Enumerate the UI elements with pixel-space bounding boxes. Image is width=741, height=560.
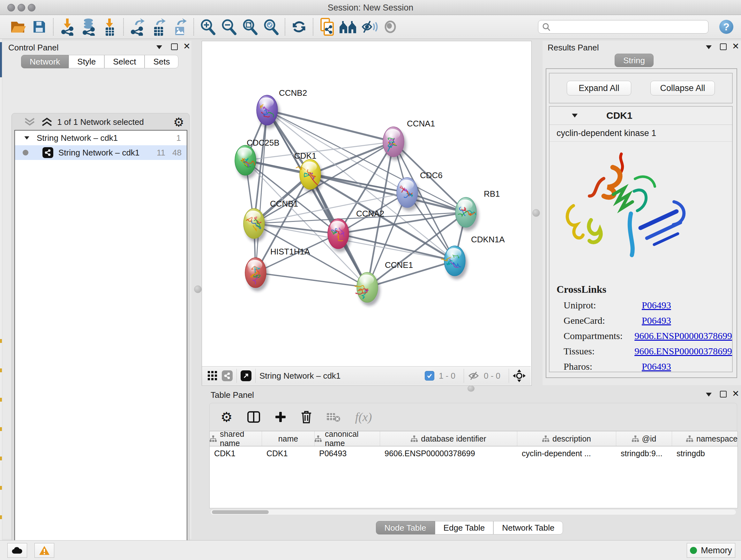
- zoom-out-icon[interactable]: [218, 17, 239, 37]
- table-cell[interactable]: 9606.ENSP00000378699: [380, 446, 517, 460]
- tab-select[interactable]: Select: [105, 55, 145, 68]
- delete-column-trash-icon[interactable]: [301, 411, 312, 423]
- tab-string[interactable]: String: [615, 54, 654, 67]
- table-panel-close-icon[interactable]: ✕: [732, 389, 739, 398]
- show-all-icon[interactable]: [380, 17, 401, 37]
- network-list-options-gear-icon[interactable]: ⚙: [173, 115, 184, 129]
- export-network-icon[interactable]: [127, 17, 148, 37]
- first-neighbors-icon[interactable]: [338, 17, 359, 37]
- results-panel-menu-icon[interactable]: [706, 45, 712, 49]
- column-header-id[interactable]: @id: [616, 431, 672, 446]
- crosslink-link[interactable]: P06493: [642, 361, 671, 372]
- zoom-fit-icon[interactable]: [239, 17, 260, 37]
- gene-section-header[interactable]: CDK1: [549, 107, 732, 125]
- warning-button[interactable]: [35, 543, 54, 558]
- hidden-eye-icon[interactable]: [468, 371, 479, 381]
- network-edge-HIST1H1A-CCNE1[interactable]: [256, 273, 367, 287]
- import-database-icon[interactable]: [78, 17, 99, 37]
- tab-style[interactable]: Style: [69, 55, 105, 68]
- network-tree-root-row[interactable]: String Network – cdk1 1: [15, 131, 187, 145]
- table-options-gear-icon[interactable]: ⚙: [220, 409, 232, 425]
- collapse-all-button[interactable]: Collapse All: [650, 81, 715, 96]
- table-cell[interactable]: cyclin-dependent ...: [517, 446, 616, 460]
- network-selection-status: 1 of 1 Network selected: [12, 117, 189, 127]
- zoom-selected-icon[interactable]: [260, 17, 281, 37]
- refresh-network-icon[interactable]: [288, 17, 310, 37]
- tree-expander-icon[interactable]: [24, 136, 29, 139]
- hide-selected-icon[interactable]: [359, 17, 380, 37]
- export-image-icon[interactable]: [169, 17, 190, 37]
- crosslink-link[interactable]: P06493: [642, 315, 671, 326]
- detach-view-icon[interactable]: [241, 370, 252, 381]
- delete-table-icon[interactable]: [327, 412, 340, 422]
- show-columns-icon[interactable]: [247, 411, 260, 423]
- network-edge-CDC25B-CDC6[interactable]: [246, 160, 407, 192]
- network-node-CCNB2[interactable]: CCNB2: [257, 88, 307, 129]
- column-header-canonicalname[interactable]: canonical name: [315, 431, 380, 446]
- scrollbar-thumb[interactable]: [212, 510, 269, 514]
- crosslink-link[interactable]: 9606.ENSP00000378699: [634, 346, 732, 357]
- column-header-namespace[interactable]: namespace: [672, 431, 738, 446]
- table-panel-float-icon[interactable]: [720, 391, 727, 397]
- crosslink-link[interactable]: P06493: [642, 300, 671, 311]
- tab-network[interactable]: Network: [21, 55, 69, 68]
- column-header-sharedname[interactable]: shared name: [210, 431, 262, 446]
- control-panel-title: Control Panel: [8, 43, 59, 53]
- column-header-databaseidentifier[interactable]: database identifier: [380, 431, 517, 446]
- control-panel-float-icon[interactable]: [171, 44, 178, 50]
- status-bar: Memory: [0, 540, 741, 560]
- import-table-icon[interactable]: [99, 17, 120, 37]
- column-header-description[interactable]: description: [517, 431, 616, 446]
- table-cell[interactable]: stringdb: [672, 446, 738, 460]
- network-node-CCNA1[interactable]: CCNA1: [383, 119, 435, 160]
- crosslink-label: Compartments:: [556, 330, 634, 341]
- tab-network-table[interactable]: Network Table: [493, 521, 563, 535]
- expand-all-button[interactable]: Expand All: [567, 81, 631, 96]
- navigator-crosshair-icon[interactable]: [513, 369, 526, 382]
- help-icon[interactable]: ?: [719, 20, 733, 34]
- new-network-from-selection-icon[interactable]: [317, 17, 338, 37]
- open-session-icon[interactable]: [8, 17, 29, 37]
- crosslink-row: GeneCard:P06493: [556, 315, 732, 326]
- network-canvas[interactable]: CCNB2CCNA1CDC25BCDK1CDC6RB1CCNB1CCNA2CDK…: [202, 41, 531, 366]
- search-input[interactable]: [538, 20, 709, 34]
- table-cell[interactable]: stringdb:9...: [616, 446, 672, 460]
- control-panel-close-icon[interactable]: ✕: [183, 42, 191, 51]
- results-panel-float-icon[interactable]: [720, 44, 727, 50]
- node-label-CDKN1A: CDKN1A: [471, 235, 505, 244]
- right-splitter-handle[interactable]: [532, 209, 540, 217]
- tab-node-table[interactable]: Node Table: [376, 521, 435, 535]
- network-node-RB1[interactable]: RB1: [455, 189, 500, 231]
- network-tree-row-selected[interactable]: String Network – cdk1 11 48: [15, 145, 187, 160]
- zoom-in-icon[interactable]: [197, 17, 218, 37]
- control-panel-menu-icon[interactable]: [156, 45, 162, 49]
- section-expander-icon[interactable]: [572, 114, 578, 118]
- network-node-CDKN1A[interactable]: CDKN1A: [441, 235, 505, 279]
- table-panel-menu-icon[interactable]: [706, 393, 712, 396]
- add-column-icon[interactable]: [275, 411, 286, 423]
- network-edge-CDK1-RB1[interactable]: [310, 174, 466, 212]
- table-horizontal-scrollbar[interactable]: [211, 509, 736, 515]
- table-header-row[interactable]: shared namenamecanonical namedatabase id…: [210, 431, 738, 446]
- tab-edge-table[interactable]: Edge Table: [435, 521, 494, 535]
- cloud-button[interactable]: [7, 543, 27, 558]
- network-share-icon[interactable]: [222, 370, 232, 381]
- save-session-icon[interactable]: [29, 17, 50, 37]
- table-cell[interactable]: CDK1: [210, 446, 262, 460]
- table-cell[interactable]: CDK1: [262, 446, 315, 460]
- tab-sets[interactable]: Sets: [145, 55, 179, 68]
- export-table-icon[interactable]: [148, 17, 169, 37]
- results-panel-close-icon[interactable]: ✕: [732, 42, 739, 51]
- grid-view-icon[interactable]: [208, 371, 217, 381]
- column-header-name[interactable]: name: [262, 431, 315, 446]
- gene-name: CDK1: [606, 110, 632, 121]
- table-cell[interactable]: P06493: [315, 446, 380, 460]
- table-row[interactable]: CDK1CDK1P064939606.ENSP00000378699cyclin…: [210, 446, 738, 460]
- selected-indicator-checkbox-icon[interactable]: [425, 371, 434, 381]
- import-network-icon[interactable]: [57, 17, 78, 37]
- memory-button[interactable]: Memory: [687, 543, 735, 558]
- node-label-CDC25B: CDC25B: [247, 138, 280, 147]
- left-splitter-handle[interactable]: [194, 286, 202, 293]
- crosslink-link[interactable]: 9606.ENSP00000378699: [634, 330, 732, 341]
- function-builder-icon[interactable]: f(x): [355, 410, 372, 424]
